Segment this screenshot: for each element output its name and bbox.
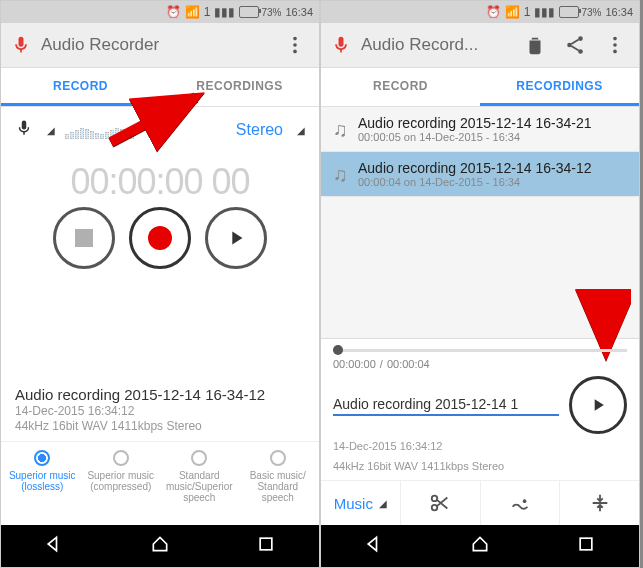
music-note-icon: ♫ [333, 163, 348, 186]
home-button[interactable] [470, 534, 490, 558]
recording-format: 44kHz 16bit WAV 1411kbps Stereo [15, 419, 305, 433]
back-button[interactable] [44, 534, 64, 558]
time-duration: 00:00:04 [387, 358, 430, 370]
overflow-menu-button[interactable] [599, 29, 631, 61]
record-timer: 00:00:00 00 [15, 161, 305, 203]
preset-label: Standard music/Superior speech [166, 470, 233, 503]
svg-point-1 [293, 43, 297, 47]
sim-icon: 1 [524, 5, 531, 19]
item-meta: 00:00:04 on 14-Dec-2015 - 16:34 [358, 176, 592, 188]
clock: 16:34 [285, 6, 313, 18]
quality-presets: Superior music (lossless) Superior music… [1, 441, 319, 513]
svg-point-9 [613, 43, 617, 47]
item-name: Audio recording 2015-12-14 16-34-12 [358, 160, 592, 176]
battery-indicator: 73% [239, 6, 281, 18]
recording-name-input[interactable] [333, 394, 559, 416]
status-bar: ⏰ 📶 1 ▮▮▮ 73% 16:34 [321, 1, 639, 23]
signal-icon: ▮▮▮ [534, 5, 555, 19]
chevron-down-icon: ◢ [379, 498, 387, 509]
trim-button[interactable] [401, 481, 481, 525]
channel-mode[interactable]: Stereo [236, 121, 283, 139]
list-item[interactable]: ♫ Audio recording 2015-12-14 16-34-12 00… [321, 152, 639, 197]
stop-button[interactable] [53, 207, 115, 269]
player-toolbar: Music◢ [321, 480, 639, 525]
radio-checked-icon [34, 450, 50, 466]
alarm-icon: ⏰ [486, 5, 501, 19]
share-button[interactable] [559, 29, 591, 61]
app-bar: Audio Recorder [1, 23, 319, 68]
status-bar: ⏰ 📶 1 ▮▮▮ 73% 16:34 [1, 1, 319, 23]
playback-time: 00:00:00 / 00:00:04 [333, 358, 627, 370]
svg-point-0 [293, 37, 297, 41]
sim-icon: 1 [204, 5, 211, 19]
category-dropdown[interactable]: Music◢ [321, 481, 401, 525]
clock: 16:34 [605, 6, 633, 18]
wifi-icon: 📶 [185, 5, 200, 19]
preset-label: Basic music/ Standard speech [250, 470, 306, 503]
svg-rect-15 [580, 538, 592, 550]
app-bar: Audio Record... [321, 23, 639, 68]
screenshot-left: ⏰ 📶 1 ▮▮▮ 73% 16:34 Audio Recorder RECOR… [0, 0, 320, 568]
alarm-icon: ⏰ [166, 5, 181, 19]
preset-option[interactable]: Superior music (compressed) [82, 450, 161, 503]
chevron-down-icon: ◢ [47, 125, 55, 136]
recent-apps-button[interactable] [576, 534, 596, 558]
radio-icon [270, 450, 286, 466]
preset-option[interactable]: Superior music (lossless) [3, 450, 82, 503]
tabs: RECORD RECORDINGS [321, 68, 639, 107]
app-title: Audio Recorder [41, 35, 271, 55]
home-button[interactable] [150, 534, 170, 558]
radio-icon [191, 450, 207, 466]
preset-option[interactable]: Basic music/ Standard speech [239, 450, 318, 503]
compress-button[interactable] [560, 481, 639, 525]
list-item[interactable]: ♫ Audio recording 2015-12-14 16-34-21 00… [321, 107, 639, 152]
preset-option[interactable]: Standard music/Superior speech [160, 450, 239, 503]
svg-point-2 [293, 50, 297, 54]
wifi-icon: 📶 [505, 5, 520, 19]
android-nav-bar [321, 525, 639, 567]
level-meter [65, 121, 226, 139]
play-button[interactable] [205, 207, 267, 269]
tab-recordings[interactable]: RECORDINGS [160, 68, 319, 106]
player-panel: 00:00:00 / 00:00:04 14-Dec-2015 16:34:12… [321, 338, 639, 525]
battery-indicator: 73% [559, 6, 601, 18]
chevron-down-icon: ◢ [297, 125, 305, 136]
recordings-list: ♫ Audio recording 2015-12-14 16-34-21 00… [321, 107, 639, 338]
tab-record[interactable]: RECORD [1, 68, 160, 106]
play-button[interactable] [569, 376, 627, 434]
svg-point-14 [523, 499, 527, 503]
speed-button[interactable] [481, 481, 561, 525]
app-title: Audio Record... [361, 35, 511, 55]
back-button[interactable] [364, 534, 384, 558]
recent-apps-button[interactable] [256, 534, 276, 558]
signal-icon: ▮▮▮ [214, 5, 235, 19]
tab-recordings[interactable]: RECORDINGS [480, 68, 639, 106]
record-button[interactable] [129, 207, 191, 269]
app-icon-microphone [9, 33, 33, 57]
mic-source-icon[interactable] [15, 119, 33, 141]
delete-button[interactable] [519, 29, 551, 61]
android-nav-bar [1, 525, 319, 567]
svg-point-10 [613, 50, 617, 54]
music-note-icon: ♫ [333, 118, 348, 141]
app-icon-microphone [329, 33, 353, 57]
item-name: Audio recording 2015-12-14 16-34-21 [358, 115, 592, 131]
player-date: 14-Dec-2015 16:34:12 [333, 440, 627, 452]
tab-record[interactable]: RECORD [321, 68, 480, 106]
recording-date: 14-Dec-2015 16:34:12 [15, 404, 305, 418]
screenshot-right: ⏰ 📶 1 ▮▮▮ 73% 16:34 Audio Record... RECO… [320, 0, 640, 568]
recording-name: Audio recording 2015-12-14 16-34-12 [15, 386, 305, 403]
tabs: RECORD RECORDINGS [1, 68, 319, 107]
svg-rect-4 [260, 538, 272, 550]
preset-label: Superior music (compressed) [87, 470, 154, 492]
svg-point-8 [613, 37, 617, 41]
radio-icon [113, 450, 129, 466]
seek-knob[interactable] [333, 345, 343, 355]
recording-info: Audio recording 2015-12-14 16-34-12 14-D… [15, 386, 305, 433]
overflow-menu-button[interactable] [279, 29, 311, 61]
preset-label: Superior music (lossless) [9, 470, 76, 492]
time-position: 00:00:00 [333, 358, 376, 370]
item-meta: 00:00:05 on 14-Dec-2015 - 16:34 [358, 131, 592, 143]
seek-bar[interactable] [333, 349, 627, 352]
player-format: 44kHz 16bit WAV 1411kbps Stereo [333, 460, 627, 472]
